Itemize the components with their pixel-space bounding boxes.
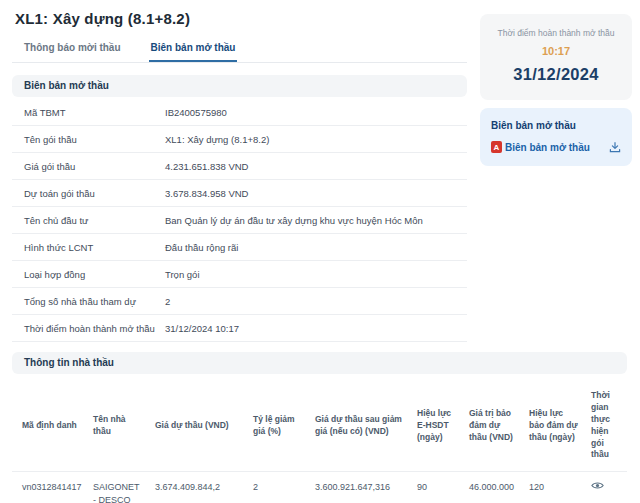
record-section-header: Biên bản mở thầu [12,75,467,97]
validity-cell: 90 [411,472,463,503]
detail-label: Tên gói thầu [12,134,165,145]
contractor-id-cell: vn0312841417 [12,472,87,503]
detail-value: Trọn gói [165,269,467,280]
detail-label: Thời điểm hoàn thành mở thầu [12,323,165,334]
column-header: Giá trị bảo đảm dự thầu (VND) [463,380,523,472]
top-row: XL1: Xây dựng (8.1+8.2) Thông báo mời th… [0,0,640,342]
detail-row: Loại hợp đồngTrọn gói [12,261,467,288]
column-header: Thời gian thực hiện gói thầu [585,380,627,472]
pdf-icon: A [491,141,502,153]
discount-cell: 2 [247,472,309,503]
documents-card-header: Biên bản mở thầu [491,120,621,131]
contractors-section: Thông tin nhà thầu Mã định danhTên nhà t… [12,352,627,503]
pdf-document-link[interactable]: A Biên bản mở thầu [491,141,590,153]
detail-value: IB2400575980 [165,107,467,118]
contractors-table: Mã định danhTên nhà thầuGiá dự thầu (VND… [12,380,627,503]
detail-value: 3.678.834.958 VND [165,188,467,199]
contractors-section-header: Thông tin nhà thầu [12,352,627,374]
completion-label: Thời điểm hoàn thành mở thầu [488,28,624,38]
detail-row: Hình thức LCNTĐấu thầu rộng rãi [12,234,467,261]
column-header: Tên nhà thầu [87,380,149,472]
detail-row: Thời điểm hoàn thành mở thầu31/12/2024 1… [12,315,467,342]
column-header: Hiệu lực E-HSDT (ngày) [411,380,463,472]
completion-time: 10:17 [488,45,624,57]
bid-price-cell: 3.674.409.844,2 [149,472,247,503]
detail-value: 31/12/2024 10:17 [165,323,467,334]
detail-label: Hình thức LCNT [12,242,165,253]
record-details: Mã TBMTIB2400575980Tên gói thầuXL1: Xây … [12,99,467,342]
price-after-discount-cell: 3.600.921.647,316 [309,472,411,503]
detail-value: 2 [165,296,467,307]
detail-row: Tên chủ đầu tưBan Quản lý dự án đầu tư x… [12,207,467,234]
detail-label: Tổng số nhà thầu tham dự [12,296,165,307]
detail-value: Ban Quản lý dự án đầu tư xây dựng khu vự… [165,215,467,226]
detail-row: Mã TBMTIB2400575980 [12,99,467,126]
execution-time-cell [585,472,627,503]
detail-label: Dự toán gói thầu [12,188,165,199]
completion-date: 31/12/2024 [488,65,624,84]
column-header: Tỷ lệ giảm giá (%) [247,380,309,472]
download-icon[interactable] [609,141,621,153]
side-column: Thời điểm hoàn thành mở thầu 10:17 31/12… [480,14,632,166]
bid-detail-page: XL1: Xây dựng (8.1+8.2) Thông báo mời th… [0,0,640,503]
detail-row: Dự toán gói thầu3.678.834.958 VND [12,180,467,207]
detail-row: Giá gói thầu4.231.651.838 VND [12,153,467,180]
tab-bien-ban-mo-thau[interactable]: Biên bản mở thầu [149,38,238,62]
detail-label: Tên chủ đầu tư [12,215,165,226]
detail-row: Tổng số nhà thầu tham dự2 [12,288,467,315]
guarantee-value-cell: 46.000.000 [463,472,523,503]
tab-thong-bao-moi-thau[interactable]: Thông báo mời thầu [22,38,123,62]
document-file-row: A Biên bản mở thầu [491,141,621,153]
main-column: XL1: Xây dựng (8.1+8.2) Thông báo mời th… [12,0,467,342]
page-title: XL1: Xây dựng (8.1+8.2) [12,0,467,27]
detail-value: XL1: Xây dựng (8.1+8.2) [165,134,467,145]
detail-value: Đấu thầu rộng rãi [165,242,467,253]
column-header: Hiệu lực bảo đảm dự thầu (ngày) [523,380,585,472]
detail-row: Tên gói thầuXL1: Xây dựng (8.1+8.2) [12,126,467,153]
pdf-link-label: Biên bản mở thầu [505,142,590,153]
tab-bar: Thông báo mời thầu Biên bản mở thầu [12,38,467,63]
eye-icon[interactable] [591,481,604,490]
guarantee-days-cell: 120 [523,472,585,503]
column-header: Mã định danh [12,380,87,472]
detail-label: Loại hợp đồng [12,269,165,280]
contractor-name-cell: SAIGONET - DESCO [87,472,149,503]
contractor-row: vn0312841417SAIGONET - DESCO3.674.409.84… [12,472,627,503]
documents-card: Biên bản mở thầu A Biên bản mở thầu [480,108,632,166]
table-header-row: Mã định danhTên nhà thầuGiá dự thầu (VND… [12,380,627,472]
column-header: Giá dự thầu (VND) [149,380,247,472]
detail-label: Giá gói thầu [12,161,165,172]
detail-value: 4.231.651.838 VND [165,161,467,172]
detail-label: Mã TBMT [12,107,165,118]
column-header: Giá dự thầu sau giảm giá (nếu có) (VND) [309,380,411,472]
completion-time-card: Thời điểm hoàn thành mở thầu 10:17 31/12… [480,14,632,100]
